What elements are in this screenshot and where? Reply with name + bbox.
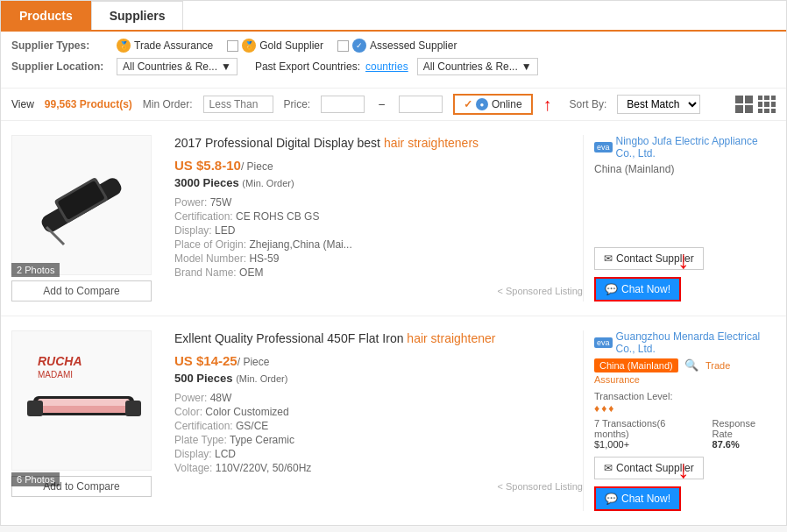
country-badge-row: China (Mainland) 🔍 Trade Assurance [594, 358, 776, 386]
transactions-label: 7 Transactions(6 months) [594, 418, 698, 439]
svg-rect-10 [125, 401, 141, 416]
chat-now-btn-1[interactable]: 💬 Chat Now! [594, 277, 681, 301]
supplier-location-select[interactable]: All Countries & Re... ▼ [117, 58, 238, 75]
product-image-box-2: RUCHA MADAMI [11, 330, 152, 471]
photos-badge-2: 6 Photos [11, 472, 60, 486]
online-label: Online [492, 98, 522, 110]
assessed-supplier-filter[interactable]: ✓ Assessed Supplier [337, 39, 457, 53]
online-filter-btn[interactable]: ✓ ● Online [453, 94, 533, 115]
product-title-highlight-1: hair straighteners [384, 136, 479, 150]
arrow-indicator-1: ↑ [543, 95, 552, 115]
search-supplier-icon[interactable]: 🔍 [684, 358, 698, 372]
product-image-box-1 [11, 135, 152, 275]
supplier-name-2[interactable]: Guangzhou Menarda Electrical Co., Ltd. [616, 330, 776, 355]
add-compare-btn-1[interactable]: Add to Compare [11, 280, 152, 301]
tab-products[interactable]: Products [1, 1, 91, 30]
transactions-info: 7 Transactions(6 months) $1,000+ [594, 418, 698, 450]
transaction-section: Transaction Level: ♦ ♦ ♦ [594, 389, 776, 415]
supplier-country-1: China (Mainland) [594, 163, 776, 175]
filters-section: Supplier Types: 🏅 Trade Assurance 🏅 Gold… [1, 32, 786, 89]
supplier-info-2: eva Guangzhou Menarda Electrical Co., Lt… [583, 330, 776, 511]
past-export-chevron-icon: ▼ [521, 60, 532, 73]
supplier-name-row-2: eva Guangzhou Menarda Electrical Co., Lt… [594, 330, 776, 355]
price-to-input[interactable] [399, 96, 443, 113]
product-thumbnail-svg-2: RUCHA MADAMI [20, 339, 143, 462]
svg-text:MADAMI: MADAMI [38, 370, 73, 379]
view-label: View [11, 98, 34, 110]
chat-label-1: Chat Now! [621, 283, 670, 295]
moq-value-2: 500 Pieces [174, 372, 233, 385]
supplier-types-row: Supplier Types: 🏅 Trade Assurance 🏅 Gold… [11, 39, 776, 53]
supplier-location-label: Supplier Location: [11, 60, 117, 73]
product-title-link-1[interactable]: 2017 Professional Digital Display best h… [174, 136, 479, 150]
svg-text:RUCHA: RUCHA [38, 354, 82, 368]
country-badge-2: China (Mainland) [594, 358, 678, 372]
assessed-supplier-label: Assessed Supplier [370, 39, 457, 52]
photos-badge-1: 2 Photos [11, 263, 60, 277]
eva-badge-1: eva [594, 142, 613, 153]
spec-row: Certification: GS/CE [174, 420, 583, 432]
product-image-2: RUCHA MADAMI 6 Photos Add to Compare [11, 330, 160, 511]
chat-now-btn-2[interactable]: 💬 Chat Now! [594, 486, 681, 511]
red-arrow-down-2: ↓ [677, 456, 690, 484]
assessed-supplier-checkbox[interactable] [337, 40, 349, 52]
product-title-prefix-2: Exllent Quality Professional 450F Flat I… [174, 331, 407, 345]
moq-note-2: (Min. Order) [236, 373, 287, 384]
trade-assurance-filter[interactable]: 🏅 Trade Assurance [117, 39, 213, 53]
spec-row: Power: 75W [174, 196, 583, 209]
product-specs-2: Power: 48W Color: Color Customized Certi… [174, 392, 583, 474]
product-title-prefix-1: 2017 Professional Digital Display best [174, 136, 384, 150]
gold-supplier-filter[interactable]: 🏅 Gold Supplier [227, 39, 323, 53]
past-export-select[interactable]: All Countries & Re... ▼ [417, 58, 538, 75]
diamond-1: ♦ [594, 402, 599, 415]
grid-view-icon[interactable] [735, 96, 753, 113]
moq-value-1: 3000 Pieces [174, 176, 239, 189]
trade-assurance-label: Trade Assurance [134, 39, 213, 52]
assessed-supplier-icon: ✓ [352, 39, 366, 53]
countries-link[interactable]: countries [365, 60, 408, 73]
transaction-level-label: Transaction Level: [594, 391, 672, 401]
past-export-label: Past Export Countries: [255, 60, 360, 73]
eva-badge-2: eva [594, 337, 613, 348]
spec-row: Display: LCD [174, 448, 583, 460]
diamond-icons: ♦ ♦ ♦ [594, 402, 776, 415]
spec-row: Model Number: HS-59 [174, 252, 583, 265]
price-from-input[interactable] [321, 96, 365, 113]
sort-select[interactable]: Best Match [617, 95, 700, 114]
price-unit-1: / Piece [241, 160, 273, 173]
price-value-1: US $5.8-10 [174, 158, 241, 173]
response-rate-label: Response Rate [713, 418, 776, 439]
red-arrow-down-1: ↓ [677, 246, 690, 274]
product-item-2: RUCHA MADAMI 6 Photos Add to Compare Exl… [1, 316, 786, 525]
spec-row: Place of Origin: Zhejiang,China (Mai... [174, 238, 583, 251]
min-order-label: Min Order: [143, 98, 193, 110]
min-order-input[interactable] [203, 96, 273, 113]
spec-row: Color: Color Customized [174, 406, 583, 418]
product-image-1: 2 Photos Add to Compare [11, 135, 160, 301]
product-specs-1: Power: 75W Certification: CE ROHS CB GS … [174, 196, 583, 279]
product-title-2: Exllent Quality Professional 450F Flat I… [174, 330, 583, 348]
sponsored-label-2: < Sponsored Listing [174, 481, 583, 492]
color-customized-value: Color Customized [205, 406, 288, 418]
product-count: 99,563 [45, 98, 77, 110]
chat-btn-wrapper-2: 💬 Chat Now! ↓ [594, 486, 681, 511]
price-unit-2: / Piece [238, 356, 270, 368]
product-info-2: Exllent Quality Professional 450F Flat I… [174, 330, 583, 511]
location-row: Supplier Location: All Countries & Re...… [11, 58, 776, 75]
product-count-display: 99,563 Product(s) [45, 98, 132, 110]
supplier-location-value: All Countries & Re... [123, 60, 217, 73]
gold-supplier-checkbox[interactable] [227, 40, 238, 52]
online-check-icon: ✓ [464, 98, 472, 110]
list-view-icon[interactable] [758, 96, 776, 113]
moq-note-1: (Min. Order) [242, 178, 294, 188]
tab-suppliers[interactable]: Suppliers [91, 1, 184, 30]
product-price-1: US $5.8-10/ Piece [174, 158, 583, 173]
spec-row: Voltage: 110V/220V, 50/60Hz [174, 462, 583, 474]
spec-row: Certification: CE ROHS CB GS [174, 210, 583, 223]
supplier-info-1: eva Ningbo Jufa Electric Appliance Co., … [583, 135, 776, 301]
product-item-1: 2 Photos Add to Compare 2017 Professiona… [1, 121, 786, 316]
spec-row: Plate Type: Type Ceramic [174, 434, 583, 446]
product-title-1: 2017 Professional Digital Display best h… [174, 135, 583, 153]
supplier-name-1[interactable]: Ningbo Jufa Electric Appliance Co., Ltd. [616, 135, 776, 160]
product-title-link-2[interactable]: Exllent Quality Professional 450F Flat I… [174, 331, 496, 345]
